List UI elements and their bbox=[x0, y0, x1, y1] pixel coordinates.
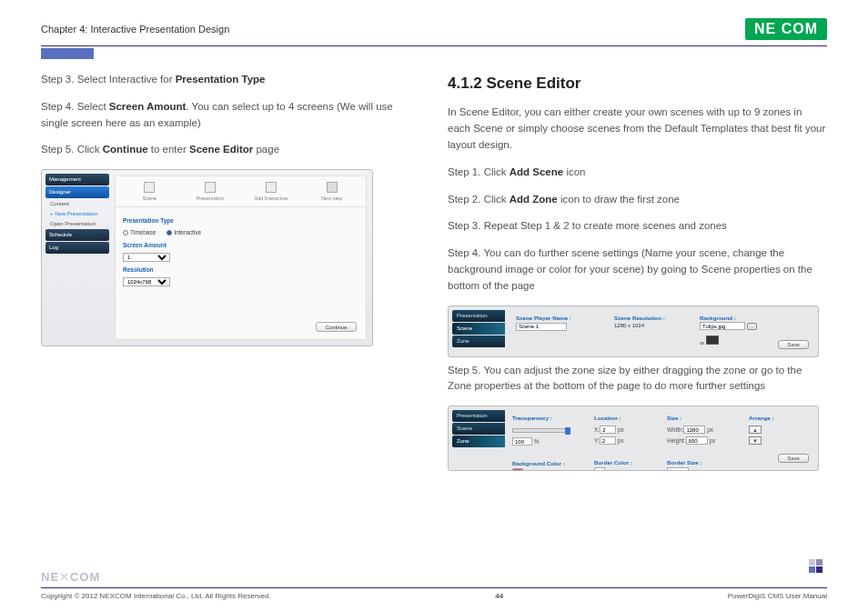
label-border-size: Border Size : bbox=[667, 458, 740, 467]
bg-color[interactable] bbox=[512, 468, 523, 472]
sidebar-item-management[interactable]: Management bbox=[45, 174, 109, 185]
header-rule bbox=[41, 45, 827, 46]
input-border-size[interactable] bbox=[667, 467, 689, 471]
label-scene-resolution: Scene Resolution : bbox=[614, 314, 665, 323]
copyright: Copyright © 2012 NEXCOM International Co… bbox=[41, 592, 271, 600]
tab-presentation[interactable]: Presentation bbox=[452, 310, 505, 322]
screenshot-presentation-type: Management Designer Content + New Presen… bbox=[41, 169, 373, 346]
label-location: Location : bbox=[594, 414, 660, 423]
step4-right: Step 4. You can do further scene setting… bbox=[448, 245, 827, 294]
label-scene-player-name: Scene Player Name : bbox=[516, 314, 571, 323]
step3: Step 3. Select Interactive for Presentat… bbox=[41, 72, 420, 88]
arrange-down[interactable]: ▼ bbox=[749, 436, 762, 445]
sidebar-sub-open-presentation[interactable]: Open Presentation bbox=[46, 219, 109, 228]
top-icon-next-step[interactable]: Next step bbox=[305, 182, 359, 203]
label-screen-amount: Screen Amount bbox=[123, 241, 358, 250]
input-y[interactable] bbox=[600, 436, 616, 445]
label-border-color: Border Color : bbox=[594, 458, 660, 467]
border-color[interactable] bbox=[594, 467, 605, 472]
footer-rule bbox=[41, 587, 827, 588]
input-transparency[interactable] bbox=[512, 437, 532, 446]
sidebar-sub-new-presentation[interactable]: + New Presentation bbox=[46, 209, 109, 218]
label-bg-color: Background Color : bbox=[512, 459, 583, 468]
sidebar-item-designer[interactable]: Designer bbox=[45, 186, 109, 198]
step5-right: Step 5. You can adjust the zone size by … bbox=[448, 363, 827, 396]
sidebar-sub-content[interactable]: Content bbox=[46, 199, 109, 208]
tab-zone[interactable]: Zone bbox=[452, 336, 505, 347]
step2: Step 2. Click Add Zone icon to draw the … bbox=[448, 192, 827, 208]
select-resolution[interactable]: 1024x768 bbox=[123, 277, 170, 286]
radio-timebase[interactable]: Timebase bbox=[123, 228, 156, 237]
label-presentation-type: Presentation Type bbox=[123, 216, 358, 225]
right-column: 4.1.2 Scene Editor In Scene Editor, you … bbox=[448, 72, 827, 476]
step1: Step 1. Click Add Scene icon bbox=[448, 165, 827, 181]
left-column: Step 3. Select Interactive for Presentat… bbox=[41, 72, 420, 476]
radio-interactive[interactable]: Interactive bbox=[167, 228, 201, 237]
slider-transparency[interactable] bbox=[512, 428, 569, 433]
input-scene-name[interactable] bbox=[516, 323, 567, 331]
label-or: or bbox=[700, 340, 704, 346]
label-transparency: Transparency : bbox=[512, 414, 583, 423]
step3-right: Step 3. Repeat Step 1 & 2 to create more… bbox=[448, 218, 827, 235]
chapter-title: Chapter 4: Interactive Presentation Desi… bbox=[41, 24, 229, 35]
input-bg-image[interactable] bbox=[700, 322, 745, 330]
label-arrange: Arrange : bbox=[749, 414, 803, 423]
save-button-zone[interactable]: Save bbox=[778, 454, 809, 463]
label-background: Background : bbox=[700, 314, 757, 323]
header-tab bbox=[41, 48, 94, 59]
sidebar-item-schedule[interactable]: Schedule bbox=[45, 229, 109, 241]
scene-editor-intro: In Scene Editor, you can either create y… bbox=[448, 105, 827, 153]
bg-color-swatch[interactable] bbox=[706, 336, 719, 345]
select-screen-amount[interactable]: 1 bbox=[123, 253, 170, 262]
page-number: 44 bbox=[495, 592, 503, 600]
save-button[interactable]: Save bbox=[778, 340, 809, 349]
step5: Step 5. Click Continue to enter Scene Ed… bbox=[41, 142, 420, 158]
input-x[interactable] bbox=[600, 426, 616, 434]
sidebar-item-log[interactable]: Log bbox=[45, 242, 109, 254]
sidebar: Management Designer Content + New Presen… bbox=[45, 174, 109, 255]
tab-presentation-z[interactable]: Presentation bbox=[452, 410, 505, 422]
label-resolution: Resolution bbox=[123, 265, 358, 275]
footer-logo: NE✕COM bbox=[41, 570, 827, 584]
screenshot-zone-properties: Presentation Scene Zone Transparency : %… bbox=[448, 406, 819, 471]
arrange-up[interactable]: ▲ bbox=[749, 426, 762, 434]
nexcom-logo: NE COM bbox=[745, 18, 827, 40]
input-width[interactable] bbox=[683, 426, 705, 434]
top-icon-scene[interactable]: Scene bbox=[122, 182, 177, 203]
continue-button[interactable]: Continue bbox=[316, 322, 357, 332]
label-size: Size : bbox=[667, 414, 740, 423]
step4: Step 4. Select Screen Amount. You can se… bbox=[41, 99, 420, 132]
top-icon-add-interactive[interactable]: Add Interactive bbox=[244, 182, 298, 203]
tab-zone-z[interactable]: Zone bbox=[452, 436, 505, 447]
footer-squares-icon bbox=[809, 559, 827, 577]
screenshot-scene-properties: Presentation Scene Zone Scene Player Nam… bbox=[448, 306, 819, 357]
tab-scene[interactable]: Scene bbox=[452, 323, 505, 335]
tab-scene-z[interactable]: Scene bbox=[452, 423, 505, 435]
input-height[interactable] bbox=[686, 436, 708, 445]
top-icon-presentation[interactable]: Presentation bbox=[183, 182, 237, 203]
manual-name: PowerDigiS CMS User Manual bbox=[728, 592, 827, 600]
section-heading: 4.1.2 Scene Editor bbox=[448, 72, 827, 95]
value-scene-resolution: 1280 x 1024 bbox=[614, 322, 665, 330]
